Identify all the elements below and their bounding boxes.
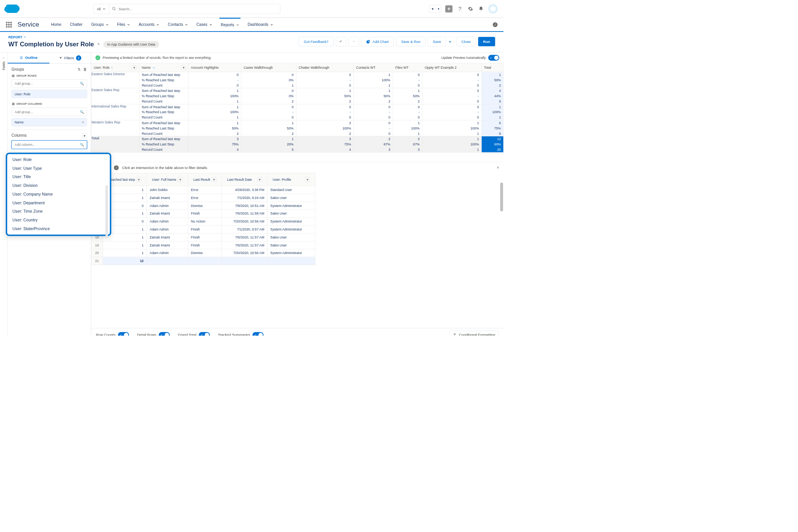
dropdown-option[interactable]: User: Department [7, 199, 110, 207]
record-type-label[interactable]: REPORT [8, 35, 159, 39]
dropdown-option[interactable]: User: Role [7, 156, 110, 164]
detail-row[interactable]: 201Adam AdminDismiss7/20/2020, 10:56 AMS… [91, 249, 315, 257]
close-button[interactable]: Close [456, 37, 476, 46]
nav-groups[interactable]: Groups [90, 18, 110, 31]
column-menu-icon[interactable]: ▾ [305, 177, 310, 182]
delete-groups-icon[interactable]: 🗑 [83, 67, 87, 72]
chevron-down-icon [103, 7, 106, 10]
dropdown-option[interactable]: User: Company Name [7, 190, 110, 199]
dropdown-option[interactable]: User: Country [7, 216, 110, 225]
user-avatar[interactable] [488, 4, 497, 13]
detail-row[interactable]: 1Zainab ImamiError7/1/2020, 8:24 AMSales… [91, 194, 315, 202]
detail-row[interactable]: 0Adam AdminDismiss7/8/2020, 10:51 AMSyst… [91, 202, 315, 210]
columns-menu-icon[interactable]: ▾ [82, 133, 87, 138]
swap-icon[interactable]: ⇅ [78, 67, 81, 72]
save-run-button[interactable]: Save & Run [396, 37, 426, 46]
dropdown-option[interactable]: User: State/Province [7, 224, 110, 233]
dropdown-scrollbar[interactable] [106, 185, 108, 238]
star-icon: ★ [429, 7, 436, 10]
column-menu-icon[interactable]: ▾ [181, 65, 186, 70]
grand-total-toggle[interactable]: ✓ [199, 332, 210, 336]
chevron-down-icon [106, 23, 109, 26]
summary-row[interactable]: Eastern Sales DirectorSum of Reached las… [91, 72, 504, 88]
column-menu-icon[interactable]: ▾ [136, 177, 141, 182]
column-menu-icon[interactable]: ▾ [178, 177, 183, 182]
help-icon[interactable]: ? [457, 6, 463, 12]
column-menu-icon[interactable]: ▾ [132, 65, 137, 70]
group-col-tag-name[interactable]: Name × [11, 118, 87, 126]
check-circle-icon: ✓ [95, 55, 100, 60]
summary-row[interactable]: Western Sales RepSum of Reached last ste… [91, 120, 504, 136]
global-add-button[interactable]: + [445, 5, 453, 13]
nav-chatter[interactable]: Chatter [68, 18, 84, 31]
stacked-toggle[interactable]: ✓ [253, 332, 264, 336]
detail-row[interactable]: 171Adam AdminFinish7/1/2020, 9:57 AMSyst… [91, 225, 315, 233]
detail-row[interactable]: 181Zainab ImamiFinish7/6/2020, 11:57 AMS… [91, 233, 315, 241]
close-detail-icon[interactable]: × [497, 165, 499, 170]
column-menu-icon[interactable]: ▾ [212, 177, 217, 182]
outline-tab[interactable]: Outline [8, 52, 49, 63]
conditional-formatting-button[interactable]: Conditional Formatting [450, 331, 499, 336]
global-search[interactable]: All [93, 4, 280, 14]
add-column-input[interactable]: 🔍 [11, 140, 87, 149]
dropdown-option[interactable]: User: Time Zone [7, 207, 110, 216]
search-icon [112, 6, 116, 11]
detail-row[interactable]: 160Adam AdminNo Action7/20/2020, 10:56 A… [91, 218, 315, 226]
column-menu-icon[interactable]: ▾ [257, 177, 262, 182]
group-row-tag-role[interactable]: User: Role [11, 90, 87, 98]
sort-asc-icon[interactable]: ↑ [111, 66, 112, 69]
save-button[interactable]: Save [428, 37, 446, 46]
svg-rect-5 [13, 103, 13, 106]
nav-accounts[interactable]: Accounts [137, 18, 161, 31]
dropdown-option[interactable]: User: Title [7, 173, 110, 182]
feedback-button[interactable]: Got Feedback? [299, 37, 333, 46]
app-launcher-icon[interactable] [6, 22, 12, 27]
filter-count-badge: 2 [76, 55, 81, 61]
detail-total-row: 2112 [91, 257, 315, 265]
nav-cases[interactable]: Cases [195, 18, 214, 31]
summary-row[interactable]: International Sales RepSum of Reached la… [91, 104, 504, 120]
group-cols-input[interactable]: 🔍 [11, 107, 87, 116]
svg-point-0 [112, 7, 115, 10]
detail-rows-toggle[interactable]: ✓ [159, 332, 170, 336]
detail-scrollbar[interactable] [500, 183, 503, 212]
nav-files[interactable]: Files [116, 18, 132, 31]
report-page-header: REPORT WT Completion by User Role ✎ In-A… [0, 32, 504, 52]
group-rows-input[interactable]: 🔍 [11, 79, 87, 88]
group-cols-label: GROUP COLUMNS [11, 102, 87, 106]
save-dropdown-button[interactable]: ▾ [446, 37, 454, 46]
nav-contacts[interactable]: Contacts [166, 18, 189, 31]
detail-row[interactable]: 191Zainab ImamiFinish7/6/2020, 11:57 AMS… [91, 241, 315, 249]
edit-title-icon[interactable]: ✎ [97, 43, 100, 46]
sort-icon[interactable]: → [152, 66, 155, 69]
column-suggestions-dropdown: User: Role User: User Type User: Title U… [6, 153, 111, 236]
search-scope-selector[interactable]: All [93, 4, 109, 13]
add-chart-button[interactable]: Add Chart [361, 37, 394, 46]
favorites-button[interactable]: ★ ▾ [429, 5, 441, 13]
chevron-right-icon: › [2, 57, 5, 58]
filters-tab[interactable]: Filters 2 [49, 52, 91, 63]
chevron-down-icon [185, 23, 188, 26]
undo-button[interactable]: ↶ [336, 37, 346, 46]
report-type-chip[interactable]: In-App Guidance with User Data [103, 41, 159, 48]
nav-reports[interactable]: Reports [219, 18, 241, 31]
svg-rect-1 [12, 75, 14, 75]
row-counts-toggle[interactable]: ✓ [118, 332, 129, 336]
paint-icon [453, 333, 457, 336]
auto-preview-toggle[interactable]: ✓ [488, 55, 499, 60]
remove-tag-icon[interactable]: × [82, 120, 84, 124]
detail-row[interactable]: 1Zainab ImamiFinish7/6/2020, 11:58 AMSal… [91, 210, 315, 218]
redo-button[interactable]: ↷ [348, 37, 359, 46]
dropdown-option[interactable]: User: User Type [7, 164, 110, 173]
search-input[interactable] [119, 7, 277, 11]
setup-gear-icon[interactable] [467, 6, 473, 12]
nav-info-icon[interactable]: i [493, 22, 498, 27]
list-icon [19, 56, 23, 60]
detail-row[interactable]: 1John DobbsError4/29/2020, 3:38 PMStanda… [91, 186, 315, 194]
nav-home[interactable]: Home [50, 18, 63, 31]
dropdown-option[interactable]: User: Division [7, 182, 110, 190]
summary-row[interactable]: Eastern Sales RepSum of Reached last ste… [91, 88, 504, 104]
nav-dashboards[interactable]: Dashboards [246, 18, 275, 31]
notifications-bell-icon[interactable] [478, 6, 484, 12]
run-button[interactable]: Run [478, 37, 495, 46]
